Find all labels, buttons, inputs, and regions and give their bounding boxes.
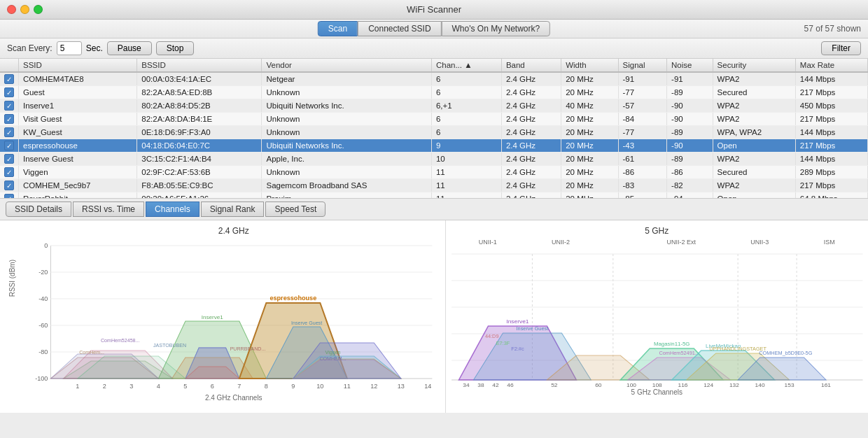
row-checkbox[interactable] bbox=[0, 179, 19, 192]
row-maxrate: 64.8 Mbps bbox=[795, 192, 867, 199]
connected-ssid-tab[interactable]: Connected SSID bbox=[358, 21, 441, 36]
table-row[interactable]: espressohouse 04:18:D6:04:E0:7C Ubiquiti… bbox=[0, 139, 868, 153]
row-checkbox[interactable] bbox=[0, 192, 19, 199]
row-ssid: Inserve1 bbox=[19, 99, 137, 113]
svg-text:Inserve1: Inserve1 bbox=[202, 314, 224, 320]
svg-text:52: 52 bbox=[551, 382, 558, 388]
app-title: WiFi Scanner bbox=[407, 4, 461, 15]
col-band[interactable]: Band bbox=[501, 59, 561, 72]
row-width: 20 MHz bbox=[561, 139, 618, 153]
chart-left-title: 2.4 GHz bbox=[28, 226, 440, 236]
svg-text:116: 116 bbox=[678, 382, 687, 388]
col-width[interactable]: Width bbox=[561, 59, 618, 72]
table-row[interactable]: Viggen 02:9F:C2:AF:53:6B Unknown 11 2.4 … bbox=[0, 166, 868, 179]
row-band: 2.4 GHz bbox=[501, 99, 561, 113]
maximize-button[interactable] bbox=[34, 5, 43, 14]
row-maxrate: 217 Mbps bbox=[795, 179, 867, 192]
row-signal: -84 bbox=[618, 113, 667, 126]
row-band: 2.4 GHz bbox=[501, 153, 561, 166]
tab-signal-rank[interactable]: Signal Rank bbox=[201, 202, 265, 217]
titlebar-buttons bbox=[7, 5, 43, 14]
row-checkbox[interactable] bbox=[0, 166, 19, 179]
col-checkbox bbox=[0, 59, 19, 72]
tab-ssid-details[interactable]: SSID Details bbox=[6, 202, 71, 217]
row-signal: -61 bbox=[618, 153, 667, 166]
row-noise: -90 bbox=[667, 99, 713, 113]
svg-text:PURRBRAND...: PURRBRAND... bbox=[230, 346, 266, 351]
row-bssid: 02:9F:C2:AF:53:6B bbox=[137, 166, 262, 179]
svg-text:46: 46 bbox=[507, 382, 514, 388]
row-checkbox[interactable] bbox=[0, 113, 19, 126]
minimize-button[interactable] bbox=[20, 5, 29, 14]
col-maxrate[interactable]: Max Rate bbox=[795, 59, 867, 72]
col-security[interactable]: Security bbox=[713, 59, 795, 72]
svg-text:161: 161 bbox=[821, 382, 831, 388]
row-noise: -90 bbox=[667, 139, 713, 153]
row-noise: -89 bbox=[667, 126, 713, 139]
row-band: 2.4 GHz bbox=[501, 126, 561, 139]
row-vendor: Unknown bbox=[262, 166, 431, 179]
row-ssid: Inserve Guest bbox=[19, 153, 137, 166]
row-checkbox[interactable] bbox=[0, 126, 19, 139]
table-row[interactable]: Inserve Guest 3C:15:C2:F1:4A:B4 Apple, I… bbox=[0, 153, 868, 166]
row-width: 20 MHz bbox=[561, 166, 618, 179]
row-bssid: 0E:18:D6:9F:F3:A0 bbox=[137, 126, 262, 139]
row-bssid: 80:2A:A8:84:D5:2B bbox=[137, 99, 262, 113]
row-channel: 6,+1 bbox=[431, 99, 501, 113]
col-bssid[interactable]: BSSID bbox=[137, 59, 262, 72]
tab-speed-test[interactable]: Speed Test bbox=[265, 202, 326, 217]
col-signal[interactable]: Signal bbox=[618, 59, 667, 72]
svg-text:108: 108 bbox=[652, 382, 662, 388]
scan-interval-input[interactable] bbox=[57, 41, 82, 55]
table-row[interactable]: KW_Guest 0E:18:D6:9F:F3:A0 Unknown 6 2.4… bbox=[0, 126, 868, 139]
close-button[interactable] bbox=[7, 5, 16, 14]
col-noise[interactable]: Noise bbox=[667, 59, 713, 72]
svg-text:132: 132 bbox=[729, 382, 738, 388]
row-maxrate: 217 Mbps bbox=[795, 113, 867, 126]
unii3-label: UNII-3 bbox=[750, 239, 769, 246]
row-maxrate: 217 Mbps bbox=[795, 139, 867, 153]
scan-bar: Scan Every: Sec. Pause Stop Filter bbox=[0, 38, 868, 59]
scan-every-label: Scan Every: bbox=[7, 43, 52, 53]
col-channel[interactable]: Chan... ▲ bbox=[431, 59, 501, 72]
svg-text:7: 7 bbox=[237, 383, 241, 390]
row-checkbox[interactable] bbox=[0, 139, 19, 153]
row-channel: 9 bbox=[431, 139, 501, 153]
table-row[interactable]: Guest 82:2A:A8:5A:ED:8B Unknown 6 2.4 GH… bbox=[0, 86, 868, 99]
row-channel: 6 bbox=[431, 86, 501, 99]
svg-text:espressohouse: espressohouse bbox=[270, 295, 316, 302]
table-row[interactable]: COMHEM4TAE8 00:0A:03:E4:1A:EC Netgear 6 … bbox=[0, 72, 868, 86]
chart-2-4ghz: 2.4 GHz RSSI (dBm) 0 -20 -40 -60 -80 -10… bbox=[0, 220, 446, 413]
pause-button[interactable]: Pause bbox=[107, 41, 152, 55]
svg-text:Magasin11-5G: Magasin11-5G bbox=[653, 341, 690, 347]
table-row[interactable]: Visit Guest 82:2A:A8:DA:B4:1E Unknown 6 … bbox=[0, 113, 868, 126]
filter-button[interactable]: Filter bbox=[821, 41, 861, 55]
chart-left-x-label: 2.4 GHz Channels bbox=[28, 394, 440, 402]
svg-text:8: 8 bbox=[265, 383, 268, 390]
whos-on-network-tab[interactable]: Who's On My Network? bbox=[442, 21, 551, 36]
col-vendor[interactable]: Vendor bbox=[262, 59, 431, 72]
row-checkbox[interactable] bbox=[0, 153, 19, 166]
svg-text:-20: -20 bbox=[38, 269, 48, 276]
row-checkbox[interactable] bbox=[0, 86, 19, 99]
svg-text:Inserve1: Inserve1 bbox=[506, 318, 529, 325]
row-width: 40 MHz bbox=[561, 99, 618, 113]
row-signal: -77 bbox=[618, 126, 667, 139]
tab-channels[interactable]: Channels bbox=[146, 202, 200, 217]
row-band: 2.4 GHz bbox=[501, 139, 561, 153]
svg-text:F2:#c: F2:#c bbox=[511, 346, 524, 352]
svg-text:10: 10 bbox=[316, 383, 323, 390]
chart-right-x-label: 5 GHz Channels bbox=[451, 388, 863, 396]
table-row[interactable]: Inserve1 80:2A:A8:84:D5:2B Ubiquiti Netw… bbox=[0, 99, 868, 113]
table-row[interactable]: COMHEM_5ec9b7 F8:AB:05:5E:C9:BC Sagemcom… bbox=[0, 179, 868, 192]
stop-button[interactable]: Stop bbox=[156, 41, 195, 55]
row-checkbox[interactable] bbox=[0, 99, 19, 113]
col-ssid[interactable]: SSID bbox=[19, 59, 137, 72]
row-checkbox[interactable] bbox=[0, 72, 19, 86]
table-row[interactable]: RoverRabbit 00:20:A6:5F:A1:26 Proxim 11 … bbox=[0, 192, 868, 199]
scan-tab[interactable]: Scan bbox=[318, 21, 358, 36]
svg-text:JASTOBUBEN: JASTOBUBEN bbox=[153, 343, 186, 348]
bottom-tabs: SSID Details RSSI vs. Time Channels Sign… bbox=[0, 199, 868, 220]
row-channel: 6 bbox=[431, 126, 501, 139]
tab-rssi-time[interactable]: RSSI vs. Time bbox=[73, 202, 144, 217]
